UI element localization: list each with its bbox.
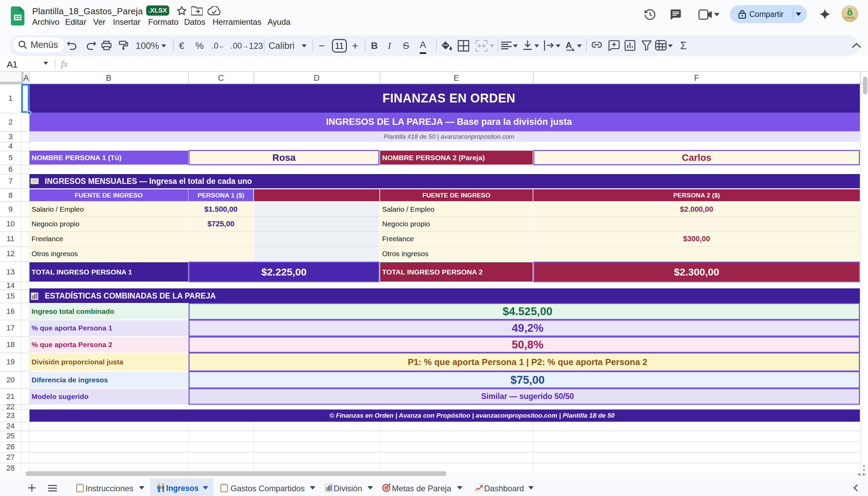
svg-text:$: $ [34, 180, 36, 183]
